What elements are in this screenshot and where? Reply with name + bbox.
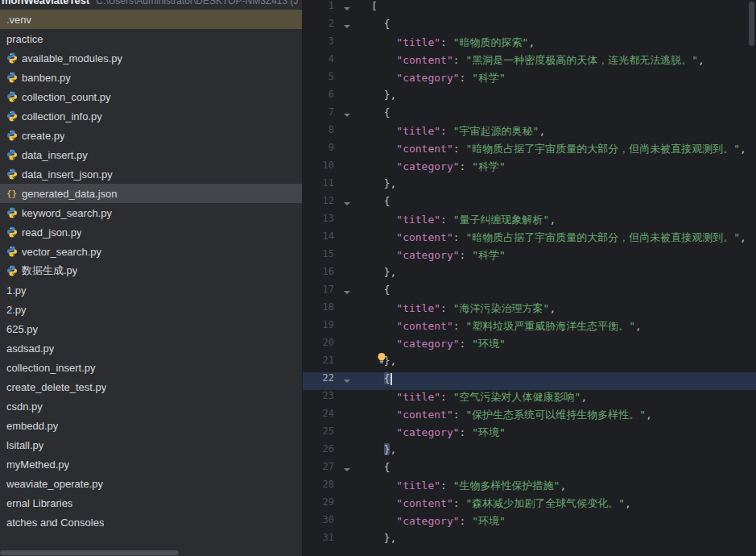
code-line-2[interactable]: 2 { xyxy=(303,18,756,35)
code-token: "科学" xyxy=(472,249,506,261)
tree-item-available-modules-py[interactable]: available_modules.py xyxy=(0,48,302,68)
code-token: : xyxy=(460,515,473,527)
code-token: "科学" xyxy=(472,160,506,172)
text-caret xyxy=(390,373,392,385)
fold-chevron-icon[interactable] xyxy=(344,7,350,10)
code-line-15[interactable]: 15 "category": "科学" xyxy=(303,248,756,266)
tree-item-create-py[interactable]: create.py xyxy=(0,126,302,145)
tree-horizontal-scrollbar[interactable] xyxy=(0,550,302,555)
code-line-12[interactable]: 12 { xyxy=(303,195,756,213)
code-line-17[interactable]: 17 { xyxy=(303,284,756,301)
code-line-6[interactable]: 6 }, xyxy=(303,89,756,106)
editor-scrollbar-thumb[interactable] xyxy=(749,2,754,46)
fold-chevron-icon[interactable] xyxy=(344,291,350,294)
tree-item-create-delete-test-py[interactable]: create_delete_test.py xyxy=(0,377,302,396)
code-line-24[interactable]: 24 "content": "保护生态系统可以维持生物多样性。", xyxy=(303,408,756,425)
code-line-3[interactable]: 3 "title": "暗物质的探索", xyxy=(303,35,756,53)
code-token: "生物多样性保护措施" xyxy=(453,479,560,492)
tree-item-collection-insert-py[interactable]: collection_insert.py xyxy=(0,358,302,377)
tree-item-venv[interactable]: .venv xyxy=(0,10,302,29)
code-token xyxy=(371,497,396,509)
fold-chevron-icon[interactable] xyxy=(344,380,350,383)
tree-item-label: create_delete_test.py xyxy=(6,381,106,393)
tree-item-generated-data-json[interactable]: {}generated_data.json xyxy=(0,184,302,203)
code-text: "content": "暗物质占据了宇宙质量的大部分，但尚未被直接观测到。", xyxy=(371,230,746,248)
code-line-7[interactable]: 7 { xyxy=(303,106,756,124)
code-line-19[interactable]: 19 "content": "塑料垃圾严重威胁海洋生态平衡。", xyxy=(303,319,756,337)
intention-bulb-icon[interactable] xyxy=(376,352,387,364)
code-token: , xyxy=(740,143,746,155)
code-token: "科学" xyxy=(472,72,506,84)
tree-item-1-py[interactable]: 1.py xyxy=(0,280,302,300)
code-token xyxy=(371,426,396,438)
code-line-20[interactable]: 20 "category": "环境" xyxy=(303,337,756,355)
code-line-23[interactable]: 23 "title": "空气污染对人体健康影响", xyxy=(303,390,756,408)
tree-item-lsitall-py[interactable]: lsitall.py xyxy=(0,435,302,454)
tree-item-collection-info-py[interactable]: collection_info.py xyxy=(0,106,302,126)
code-line-28[interactable]: 28 "title": "生物多样性保护措施", xyxy=(303,479,756,496)
code-text: "category": "科学" xyxy=(371,71,506,89)
code-line-5[interactable]: 5 "category": "科学" xyxy=(303,71,756,89)
tree-item-embedd-py[interactable]: embedd.py xyxy=(0,416,302,435)
tree-item-label: practice xyxy=(6,33,43,45)
code-line-4[interactable]: 4 "content": "黑洞是一种密度极高的天体，连光都无法逃脱。", xyxy=(303,53,756,71)
tree-item-data-insert-json-py[interactable]: data_insert_json.py xyxy=(0,164,302,184)
tree-item-ernal-libraries[interactable]: ernal Libraries xyxy=(0,493,302,512)
python-file-icon xyxy=(6,52,22,64)
tree-item-collection-count-py[interactable]: collection_count.py xyxy=(0,87,302,106)
line-number: 31 xyxy=(303,532,334,550)
tree-item-label: embedd.py xyxy=(6,420,58,432)
scrollbar-thumb[interactable] xyxy=(0,550,179,555)
project-root-row[interactable]: monWeaviateTest C:\Users\Administrator\D… xyxy=(0,0,302,10)
tree-item-read-json-py[interactable]: read_json.py xyxy=(0,222,302,242)
tree-item-2-py[interactable]: 2.py xyxy=(0,300,302,319)
tree-item-weaviate-operate-py[interactable]: weaviate_operate.py xyxy=(0,474,302,493)
fold-chevron-icon[interactable] xyxy=(344,468,350,471)
code-line-10[interactable]: 10 "category": "科学" xyxy=(303,160,756,177)
code-line-29[interactable]: 29 "content": "森林减少加剧了全球气候变化。", xyxy=(303,496,756,514)
code-line-1[interactable]: 1[ xyxy=(303,0,756,18)
tree-item-banben-py[interactable]: banben.py xyxy=(0,68,302,87)
code-line-11[interactable]: 11 }, xyxy=(303,177,756,195)
code-token: "category" xyxy=(396,160,459,172)
code-line-8[interactable]: 8 "title": "宇宙起源的奥秘", xyxy=(303,124,756,142)
tree-item-data-insert-py[interactable]: data_insert.py xyxy=(0,145,302,164)
code-line-22[interactable]: 22 { xyxy=(303,372,756,390)
code-token: "content" xyxy=(396,409,452,421)
tree-item-asdsad-py[interactable]: asdsad.py xyxy=(0,338,302,358)
code-line-26[interactable]: 26 }, xyxy=(303,443,756,461)
code-line-27[interactable]: 27 { xyxy=(303,461,756,479)
code-line-9[interactable]: 9 "content": "暗物质占据了宇宙质量的大部分，但尚未被直接观测到。"… xyxy=(303,142,756,160)
line-number: 24 xyxy=(303,408,334,425)
code-line-30[interactable]: 30 "category": "环境" xyxy=(303,514,756,532)
tree-item-mymethed-py[interactable]: myMethed.py xyxy=(0,454,302,474)
tree-item-csdn-py[interactable]: csdn.py xyxy=(0,396,302,416)
code-token xyxy=(371,302,396,314)
code-line-25[interactable]: 25 "category": "环境" xyxy=(303,425,756,443)
fold-gutter xyxy=(334,18,371,35)
code-line-16[interactable]: 16 }, xyxy=(303,266,756,284)
fold-chevron-icon[interactable] xyxy=(344,114,350,117)
fold-gutter xyxy=(334,230,371,248)
code-token: , xyxy=(625,497,631,509)
code-line-14[interactable]: 14 "content": "暗物质占据了宇宙质量的大部分，但尚未被直接观测到。… xyxy=(303,230,756,248)
tree-item-practice[interactable]: practice xyxy=(0,29,302,48)
code-line-18[interactable]: 18 "title": "海洋污染治理方案", xyxy=(303,301,756,319)
tree-item-py[interactable]: 数据生成.py xyxy=(0,261,302,280)
fold-gutter xyxy=(334,71,371,89)
line-number: 6 xyxy=(303,89,334,106)
code-line-31[interactable]: 31 }, xyxy=(303,532,756,550)
fold-gutter xyxy=(334,195,371,213)
code-line-21[interactable]: 21 }, xyxy=(303,355,756,372)
code-token: , xyxy=(560,479,566,492)
project-tree-panel: monWeaviateTest C:\Users\Administrator\D… xyxy=(0,0,303,556)
tree-item-625-py[interactable]: 625.py xyxy=(0,319,302,338)
fold-chevron-icon[interactable] xyxy=(344,25,350,28)
fold-chevron-icon[interactable] xyxy=(344,202,350,205)
code-token: }, xyxy=(371,532,396,544)
code-line-13[interactable]: 13 "title": "量子纠缠现象解析", xyxy=(303,213,756,230)
editor-pane[interactable]: 1[2 {3 "title": "暗物质的探索",4 "content": "黑… xyxy=(303,0,756,556)
tree-item-keyword-search-py[interactable]: keyword_search.py xyxy=(0,203,302,222)
tree-item-atches-and-consoles[interactable]: atches and Consoles xyxy=(0,512,302,532)
tree-item-vector-search-py[interactable]: vector_search.py xyxy=(0,242,302,261)
